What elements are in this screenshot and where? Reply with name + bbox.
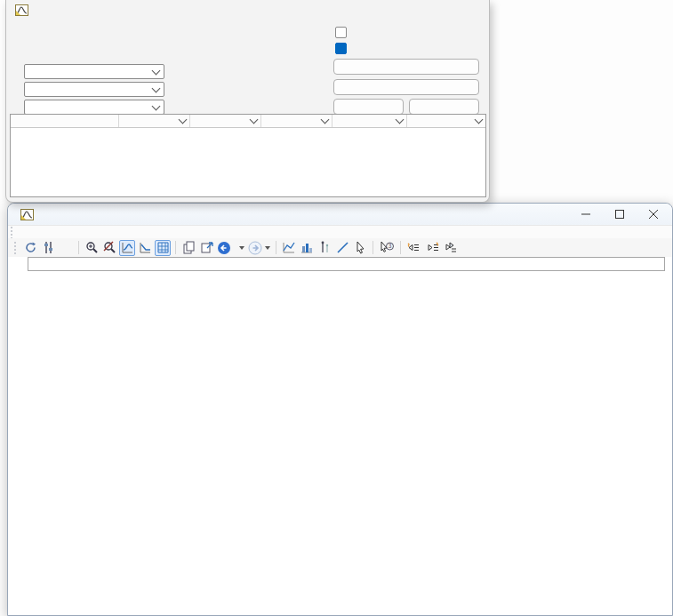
bar-chart-display-button[interactable] bbox=[299, 240, 315, 256]
export-icon[interactable] bbox=[198, 240, 214, 256]
toolbar-grip bbox=[14, 242, 19, 254]
chevron-down-icon bbox=[152, 84, 161, 92]
previous-event-button[interactable] bbox=[405, 240, 422, 256]
menubar bbox=[8, 225, 672, 239]
cursor-info-button[interactable]: 3 bbox=[378, 240, 396, 256]
next-event-button[interactable] bbox=[424, 240, 441, 256]
toolbar-separator bbox=[400, 241, 401, 254]
edit-button[interactable] bbox=[409, 99, 479, 115]
measure-dialog-titlebar[interactable] bbox=[6, 0, 489, 20]
chevron-down-icon bbox=[152, 101, 161, 110]
chevron-down-icon bbox=[250, 116, 259, 124]
frequency-select[interactable] bbox=[24, 100, 164, 115]
toolbar: 3 bbox=[8, 238, 672, 257]
analyze-button[interactable] bbox=[333, 99, 404, 115]
maximize-button[interactable] bbox=[606, 204, 633, 224]
chevron-down-icon bbox=[475, 116, 484, 124]
toolbar-separator bbox=[373, 241, 373, 254]
column-header-max[interactable] bbox=[407, 115, 485, 127]
circular-arrows-icon[interactable] bbox=[22, 240, 38, 256]
checkbox-unchecked[interactable] bbox=[335, 27, 347, 38]
channel-table-header bbox=[11, 115, 485, 128]
zoom-in-button[interactable] bbox=[84, 240, 100, 256]
cursors-moveable-checkbox[interactable] bbox=[335, 26, 352, 38]
close-button[interactable] bbox=[640, 204, 667, 224]
xl-row bbox=[6, 26, 489, 37]
back-caret-icon bbox=[239, 246, 244, 250]
legend-bar bbox=[28, 257, 665, 271]
zoom-off-button[interactable] bbox=[101, 240, 117, 256]
chevron-down-icon bbox=[321, 116, 330, 124]
svg-text:3: 3 bbox=[389, 243, 392, 249]
column-header-right[interactable] bbox=[190, 115, 261, 127]
curve-window: 3 bbox=[7, 203, 673, 616]
yr-channel-select[interactable] bbox=[24, 82, 164, 97]
overview-window-button[interactable] bbox=[58, 240, 74, 256]
line-chart-display-button[interactable] bbox=[281, 240, 297, 256]
toolbar-separator bbox=[78, 241, 79, 254]
clipboard-button[interactable] bbox=[333, 59, 479, 75]
select-arrow-button[interactable] bbox=[352, 240, 368, 256]
yl-channel-select[interactable] bbox=[24, 64, 164, 79]
xr-row bbox=[6, 38, 489, 50]
list-of-channels-checkbox[interactable] bbox=[335, 42, 352, 54]
create-variable-button[interactable] bbox=[333, 79, 479, 95]
back-button[interactable] bbox=[216, 240, 245, 256]
copy-icon[interactable] bbox=[180, 240, 196, 256]
channel-table bbox=[10, 114, 486, 197]
column-header-mean[interactable] bbox=[261, 115, 332, 127]
column-header-left[interactable] bbox=[119, 115, 190, 127]
scale-y-axis-button[interactable] bbox=[137, 240, 153, 256]
toolbar-separator bbox=[175, 241, 176, 254]
draw-line-button[interactable] bbox=[334, 240, 350, 256]
autoscale-curves-button[interactable] bbox=[119, 240, 135, 256]
plot-region bbox=[8, 272, 673, 616]
grid-toggle-button[interactable] bbox=[155, 240, 171, 256]
sliders-icon[interactable] bbox=[40, 240, 56, 256]
measure-dialog bbox=[5, 0, 490, 203]
curve-window-icon bbox=[20, 209, 34, 220]
minimize-button[interactable] bbox=[573, 204, 599, 224]
column-header-channel[interactable] bbox=[11, 115, 119, 127]
chevron-down-icon bbox=[396, 116, 405, 124]
screen: 3 bbox=[0, 0, 673, 616]
curve-window-titlebar[interactable] bbox=[8, 204, 672, 225]
event-list-button[interactable] bbox=[443, 240, 460, 256]
vertical-markers-button[interactable] bbox=[316, 240, 332, 256]
forward-caret-icon bbox=[265, 246, 270, 250]
toolbar-separator bbox=[276, 241, 276, 254]
chevron-down-icon bbox=[179, 116, 188, 124]
checkbox-checked[interactable] bbox=[335, 43, 347, 54]
measure-dialog-icon bbox=[15, 4, 28, 16]
column-header-min[interactable] bbox=[332, 115, 407, 127]
menubar-grip bbox=[11, 227, 15, 239]
chevron-down-icon bbox=[152, 66, 161, 75]
forward-button[interactable] bbox=[247, 240, 271, 256]
